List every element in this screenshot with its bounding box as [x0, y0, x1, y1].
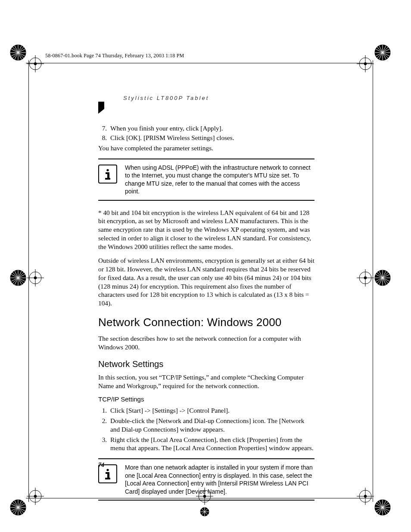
- thumb-tab-marker: [98, 102, 104, 114]
- registration-mark-icon: [9, 258, 47, 297]
- crop-line: [26, 63, 372, 63]
- registration-mark-icon: [353, 478, 392, 517]
- footnote-paragraph: * 40 bit and 104 bit encryption is the w…: [98, 208, 314, 251]
- registration-mark-icon: [353, 43, 392, 82]
- svg-point-91: [106, 469, 109, 471]
- registration-mark-icon: [9, 478, 47, 517]
- svg-point-87: [106, 169, 109, 171]
- info-note: More than one network adapter is install…: [98, 458, 314, 501]
- completion-sentence: You have completed the parameter setting…: [98, 144, 314, 152]
- note-text: More than one network adapter is install…: [125, 464, 314, 495]
- svg-rect-90: [105, 178, 110, 180]
- registration-mark-icon: [9, 43, 47, 82]
- continued-numbered-list: When you finish your entry, click [Apply…: [98, 124, 314, 142]
- section-heading: Network Connection: Windows 2000: [98, 315, 314, 330]
- svg-rect-89: [107, 172, 109, 178]
- page-body: When you finish your entry, click [Apply…: [98, 124, 314, 508]
- book-metadata-line: 58-0867-01.book Page 74 Thursday, Februa…: [45, 53, 184, 59]
- page-number: 74: [98, 462, 104, 469]
- subsection-intro: In this section, you set “TCP/IP Setting…: [98, 373, 314, 390]
- list-item: When you finish your entry, click [Apply…: [109, 124, 314, 133]
- footnote-paragraph: Outside of wireless LAN environments, en…: [98, 256, 314, 308]
- section-intro: The section describes how to set the net…: [98, 334, 314, 352]
- running-head: Stylistic LT800P Tablet: [123, 95, 209, 101]
- print-page: 58-0867-01.book Page 74 Thursday, Februa…: [0, 0, 411, 532]
- subsection-heading: Network Settings: [98, 358, 314, 370]
- registration-mark-icon: [353, 258, 392, 297]
- svg-rect-93: [107, 472, 109, 478]
- numbered-steps: Click [Start] -> [Settings] -> [Control …: [98, 406, 314, 452]
- list-item: Click [Start] -> [Settings] -> [Control …: [109, 406, 314, 415]
- subsub-heading: TCP/IP Settings: [98, 395, 314, 404]
- info-note: When using ADSL (PPPoE) with the infrast…: [98, 159, 314, 201]
- note-text: When using ADSL (PPPoE) with the infrast…: [125, 164, 314, 196]
- list-item: Click [OK]. [PRISM Wireless Settings] cl…: [109, 134, 314, 142]
- svg-rect-94: [105, 478, 110, 479]
- list-item: Right click the [Local Area Connection],…: [109, 436, 314, 453]
- info-icon: [98, 165, 117, 184]
- list-item: Double-click the [Network and Dial-up Co…: [109, 417, 314, 434]
